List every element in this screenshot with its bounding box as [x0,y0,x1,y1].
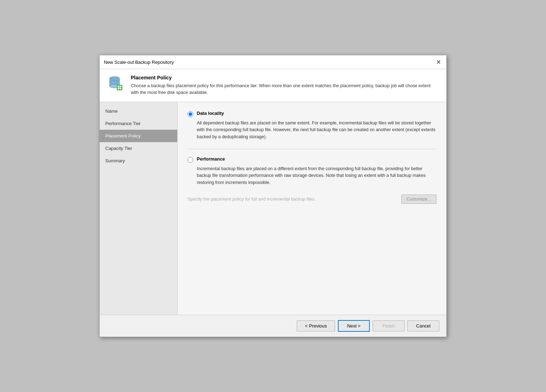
performance-group: Performance Incremental backup files are… [188,156,436,186]
data-locality-group: Data locality All dependent backup files… [188,111,436,140]
data-locality-radio[interactable] [188,111,193,117]
svg-rect-12 [120,86,121,87]
performance-row: Performance [188,156,436,163]
sidebar-item-placement-policy[interactable]: Placement Policy [100,130,177,142]
performance-description: Incremental backup files are placed on a… [197,166,436,186]
svg-rect-11 [118,86,119,87]
header-title: Placement Policy [131,75,439,80]
sidebar-item-summary[interactable]: Summary [100,155,177,167]
sidebar: Name Performance Tier Placement Policy C… [100,102,178,315]
data-locality-label[interactable]: Data locality [197,111,224,116]
svg-rect-10 [117,85,122,90]
header-description: Choose a backup files placement policy f… [131,83,439,96]
previous-button[interactable]: < Previous [297,320,335,331]
svg-rect-13 [118,88,119,89]
close-button[interactable]: ✕ [434,58,442,66]
title-bar: New Scale-out Backup Repository ✕ [100,55,446,69]
sidebar-item-capacity-tier[interactable]: Capacity Tier [100,142,177,155]
header-area: Placement Policy Choose a backup files p… [100,69,446,102]
sidebar-item-name[interactable]: Name [100,105,177,117]
dialog-window: New Scale-out Backup Repository ✕ [99,55,447,337]
header-text: Placement Policy Choose a backup files p… [131,75,439,96]
window-title: New Scale-out Backup Repository [104,60,174,65]
header-icon [107,75,125,93]
next-button[interactable]: Next > [338,320,370,332]
svg-rect-14 [120,88,121,89]
data-locality-row: Data locality [188,111,436,117]
performance-radio[interactable] [188,157,193,163]
divider [188,149,436,149]
data-locality-description: All dependent backup files are placed on… [197,120,436,140]
sidebar-item-performance-tier[interactable]: Performance Tier [100,117,177,130]
finish-button[interactable]: Finish [373,320,405,331]
customize-button[interactable]: Customize... [401,195,436,204]
footer: < Previous Next > Finish Cancel [100,315,446,337]
policy-row: Specify the placement policy for full an… [188,195,436,204]
cancel-button[interactable]: Cancel [407,320,439,331]
performance-label[interactable]: Performance [197,156,225,162]
policy-hint: Specify the placement policy for full an… [188,197,397,202]
content-area: Name Performance Tier Placement Policy C… [100,102,446,315]
main-content: Data locality All dependent backup files… [178,102,446,315]
